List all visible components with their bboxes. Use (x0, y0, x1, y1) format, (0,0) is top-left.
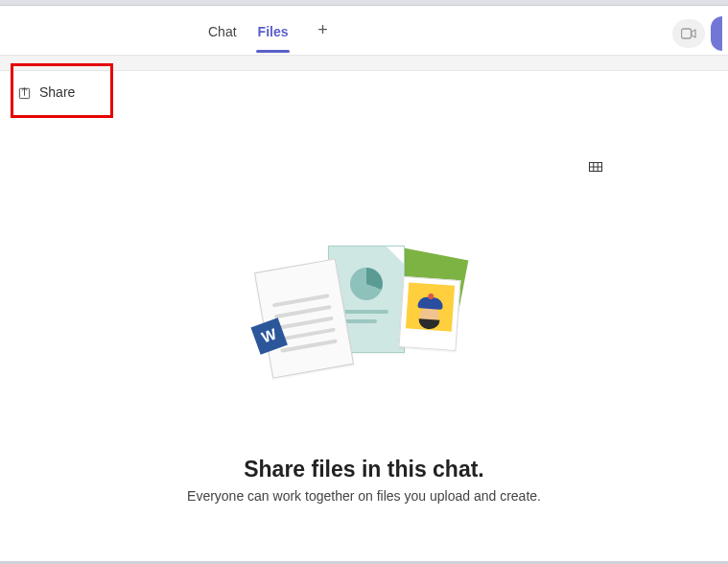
share-button[interactable]: Share (17, 84, 75, 100)
add-tab-button[interactable]: + (309, 17, 336, 44)
tab-files[interactable]: Files (250, 18, 296, 43)
tab-bar: Chat Files + (187, 17, 336, 44)
files-toolbar-strip (0, 56, 728, 71)
svg-rect-0 (682, 29, 692, 38)
share-icon (17, 85, 32, 100)
avatar[interactable] (711, 16, 722, 51)
empty-state: W Share files in this chat. Everyone can… (0, 249, 728, 504)
chat-header: Chat Files + (0, 6, 728, 56)
view-toggle-button[interactable] (589, 158, 602, 168)
tab-chat[interactable]: Chat (200, 18, 245, 43)
chat-title-area (0, 7, 187, 55)
illustration-photo (398, 276, 460, 351)
illustration-word-doc: W (253, 258, 353, 378)
share-button-label: Share (39, 84, 75, 100)
header-actions (672, 16, 722, 51)
tiles-icon (589, 162, 602, 172)
video-icon (681, 28, 696, 39)
empty-state-subtitle: Everyone can work together on files you … (187, 488, 541, 504)
empty-state-title: Share files in this chat. (244, 457, 484, 482)
video-call-button[interactable] (672, 19, 705, 48)
empty-state-illustration: W (259, 249, 470, 374)
